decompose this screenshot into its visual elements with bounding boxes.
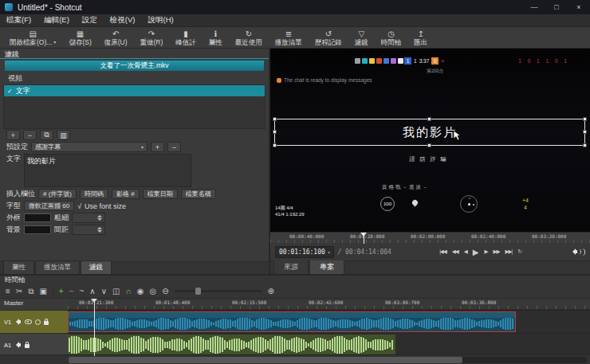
mute-icon[interactable]: [16, 342, 22, 348]
use-font-size-checkbox[interactable]: √: [77, 202, 81, 210]
paste-button[interactable]: ▣: [39, 287, 46, 296]
font-button[interactable]: 微軟正黑體 60: [24, 201, 74, 211]
copy-button[interactable]: ⧉: [28, 287, 33, 296]
preset-combobox[interactable]: 感謝字幕 ▾: [31, 142, 148, 152]
zoom-slider-thumb[interactable]: [195, 288, 201, 295]
video-clip-selected[interactable]: [68, 311, 516, 332]
paste-filters-button[interactable]: ▥: [57, 130, 70, 140]
selection-handle[interactable]: [273, 130, 277, 134]
lock-icon[interactable]: [25, 344, 30, 348]
remove-filter-button[interactable]: −: [23, 130, 37, 140]
dock-tab-filters[interactable]: 濾鏡: [81, 260, 112, 274]
maximize-button[interactable]: □: [545, 0, 568, 14]
playlist-button[interactable]: ≣ 播放清單: [269, 27, 309, 48]
append-button[interactable]: +: [59, 287, 64, 296]
preview-playhead[interactable]: [364, 233, 364, 244]
redo-button[interactable]: ↷ 重做(R): [134, 27, 170, 48]
scrollbar-thumb[interactable]: [69, 357, 462, 363]
add-filter-button[interactable]: +: [6, 130, 20, 140]
tab-project[interactable]: 專案: [309, 260, 344, 274]
undo-button[interactable]: ↶ 復原(U): [98, 27, 134, 48]
copy-filters-button[interactable]: ⧉: [40, 130, 53, 140]
menu-item-settings[interactable]: 設定: [76, 15, 104, 25]
timeline-ruler[interactable]: 00:01:21:300 00:01:48:400 00:02:15:500 0…: [68, 299, 590, 310]
skip-to-end-button[interactable]: ▶▶|: [505, 249, 513, 255]
volume-icon[interactable]: [572, 249, 585, 256]
filters-button[interactable]: ▽ 濾鏡: [348, 27, 375, 48]
rewind-button[interactable]: ◀◀: [452, 249, 458, 255]
spacing-spinner[interactable]: [72, 225, 105, 235]
scrub-while-dragging-toggle[interactable]: ◉: [137, 287, 144, 296]
lock-icon[interactable]: [44, 321, 49, 325]
recent-button[interactable]: ↻ 最近使用: [229, 27, 269, 48]
background-color-swatch[interactable]: [24, 225, 51, 234]
overwrite-button[interactable]: ∧: [89, 287, 95, 296]
ripple-delete-button[interactable]: −: [69, 287, 74, 296]
insert-filename-button[interactable]: 檔案名稱: [181, 189, 216, 199]
timeline-hscrollbar[interactable]: [69, 357, 587, 363]
selection-handle[interactable]: [427, 143, 431, 147]
ripple-toggle[interactable]: ◎: [149, 287, 156, 296]
dock-tab-properties[interactable]: 屬性: [3, 260, 34, 274]
dock-tab-playlist[interactable]: 播放清單: [35, 260, 80, 274]
insert-timecode-button[interactable]: 時間碼: [80, 189, 108, 199]
master-track-label[interactable]: Master: [0, 299, 68, 310]
peak-meter-button[interactable]: ▮ 峰值計: [169, 27, 203, 48]
zoom-slider[interactable]: [175, 290, 262, 292]
properties-button[interactable]: ℹ 屬性: [203, 27, 229, 48]
markers-button[interactable]: ◫: [112, 287, 120, 296]
preview-scrubber[interactable]: 00:00:40:000 00:01:20:000 00:02:00:000 0…: [270, 232, 590, 243]
save-button[interactable]: ▦ 儲存(S): [62, 27, 97, 48]
selection-handle[interactable]: [583, 130, 587, 134]
mute-icon[interactable]: [16, 319, 22, 325]
loop-button[interactable]: ↻: [517, 249, 521, 255]
play-button[interactable]: ▶: [473, 248, 479, 256]
menu-item-edit[interactable]: 編輯(E): [37, 15, 76, 25]
hide-icon[interactable]: [25, 319, 32, 324]
skip-to-start-button[interactable]: |◀◀: [439, 249, 446, 255]
open-file-button[interactable]: ▤ 開啟檔案(O)...▾: [3, 27, 62, 48]
insert-frame-button[interactable]: 影格 #: [112, 189, 140, 199]
selection-handle[interactable]: [273, 143, 277, 147]
minimize-button[interactable]: —: [523, 0, 545, 14]
history-button[interactable]: ↺ 歷程記錄: [309, 27, 348, 48]
text-row: 文字 我的影片: [0, 153, 269, 188]
filter-row-text[interactable]: ✓ 文字: [4, 85, 265, 96]
track-head-a1[interactable]: A1: [0, 333, 68, 356]
thickness-spinner[interactable]: [72, 213, 105, 223]
blend-icon[interactable]: [35, 319, 41, 325]
step-back-button[interactable]: ◀: [464, 249, 467, 255]
menu-item-file[interactable]: 檔案(F): [0, 15, 37, 25]
audio-clip[interactable]: [68, 335, 395, 355]
outline-color-swatch[interactable]: [24, 213, 51, 222]
timeline-playhead[interactable]: [94, 299, 95, 356]
snap-toggle[interactable]: ∩: [125, 287, 131, 296]
split-button[interactable]: ∨: [101, 287, 107, 296]
insert-hash-button[interactable]: # (井字號): [38, 189, 77, 199]
selection-handle[interactable]: [273, 117, 277, 121]
menu-item-help[interactable]: 說明(H): [141, 15, 179, 25]
track-head-v1[interactable]: V1: [0, 310, 68, 333]
save-preset-button[interactable]: +: [151, 142, 164, 152]
fast-forward-button[interactable]: ▶▶: [494, 249, 500, 255]
selection-handle[interactable]: [427, 117, 431, 121]
insert-filedate-button[interactable]: 檔案日期: [143, 189, 178, 199]
timeline-menu-button[interactable]: ≡: [6, 287, 10, 296]
zoom-in-button[interactable]: ⊕: [268, 287, 274, 296]
delete-preset-button[interactable]: −: [167, 142, 181, 152]
timeline-button[interactable]: ◷ 時間軸: [375, 27, 408, 48]
filter-enabled-checkbox[interactable]: ✓: [7, 88, 13, 95]
text-selection-box[interactable]: 我的影片: [274, 119, 585, 146]
step-forward-button[interactable]: ▶: [485, 249, 488, 255]
close-button[interactable]: ×: [568, 0, 590, 14]
lift-button[interactable]: ~: [80, 287, 85, 296]
menu-item-view[interactable]: 檢視(V): [104, 15, 142, 25]
tab-source[interactable]: 來源: [273, 260, 309, 274]
export-button[interactable]: ↥ 匯出: [407, 27, 434, 48]
text-input[interactable]: 我的影片: [24, 154, 191, 187]
position-timecode[interactable]: 00:01:16:100 ▾: [275, 246, 334, 258]
cut-button[interactable]: ✂: [16, 287, 22, 296]
zoom-out-button[interactable]: ⊖: [162, 287, 168, 296]
selection-handle[interactable]: [583, 143, 587, 147]
selection-handle[interactable]: [583, 117, 587, 121]
